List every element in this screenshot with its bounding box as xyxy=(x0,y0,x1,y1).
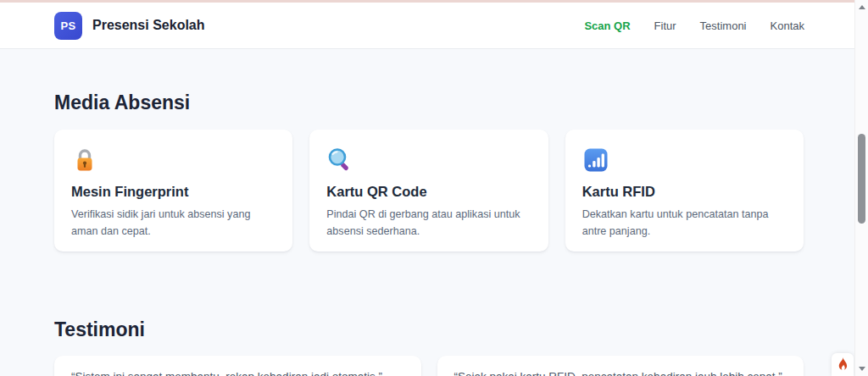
scrollbar-thumb[interactable] xyxy=(858,134,865,224)
testimonial-cards-grid: “Sistem ini sangat membantu, rekap kehad… xyxy=(54,356,804,376)
testimonial-card: “Sejak pakai kartu RFID, pencatatan keha… xyxy=(437,356,804,376)
testimonial-quote: “Sistem ini sangat membantu, rekap kehad… xyxy=(71,368,404,376)
flame-icon xyxy=(837,357,849,372)
ps-logo: PS xyxy=(54,12,82,40)
testimoni-heading: Testimoni xyxy=(54,252,804,341)
card-mesin-fingerprint: Mesin Fingerprint Verifikasi sidik jari … xyxy=(54,130,292,252)
card-description: Pindai QR di gerbang atau aplikasi untuk… xyxy=(326,207,531,240)
lock-icon xyxy=(71,147,98,174)
scrollbar-down-arrow[interactable] xyxy=(859,367,865,371)
nav-fitur[interactable]: Fitur xyxy=(654,19,676,32)
nav-testimoni[interactable]: Testimoni xyxy=(700,19,747,32)
main-nav: Scan QR Fitur Testimoni Kontak xyxy=(584,19,804,32)
page-content: Media Absensi Mesin Fingerprint Verifika… xyxy=(54,49,804,376)
debug-toolbar-button[interactable] xyxy=(832,353,854,376)
scrollbar-up-arrow[interactable] xyxy=(859,5,865,9)
card-description: Verifikasi sidik jari untuk absensi yang… xyxy=(71,207,275,240)
signal-bars-icon xyxy=(582,147,609,174)
testimonial-card: “Sistem ini sangat membantu, rekap kehad… xyxy=(54,356,421,376)
site-header: PS Presensi Sekolah Scan QR Fitur Testim… xyxy=(0,3,868,49)
browser-scrollbar[interactable] xyxy=(854,0,868,376)
card-title: Kartu RFID xyxy=(582,184,787,200)
nav-scan-qr[interactable]: Scan QR xyxy=(584,19,630,32)
brand-name: Presensi Sekolah xyxy=(92,18,205,33)
card-title: Mesin Fingerprint xyxy=(71,184,275,200)
card-kartu-rfid: Kartu RFID Dekatkan kartu untuk pencatat… xyxy=(565,130,804,252)
magnifier-icon xyxy=(326,147,353,174)
media-cards-grid: Mesin Fingerprint Verifikasi sidik jari … xyxy=(54,130,804,252)
media-absensi-heading: Media Absensi xyxy=(54,49,804,114)
testimonial-quote: “Sejak pakai kartu RFID, pencatatan keha… xyxy=(454,368,787,376)
card-kartu-qr-code: Kartu QR Code Pindai QR di gerbang atau … xyxy=(309,130,548,252)
card-description: Dekatkan kartu untuk pencatatan tanpa an… xyxy=(582,207,787,240)
card-title: Kartu QR Code xyxy=(326,184,531,200)
nav-kontak[interactable]: Kontak xyxy=(771,19,804,32)
brand-home-link[interactable]: PS Presensi Sekolah xyxy=(54,12,205,40)
